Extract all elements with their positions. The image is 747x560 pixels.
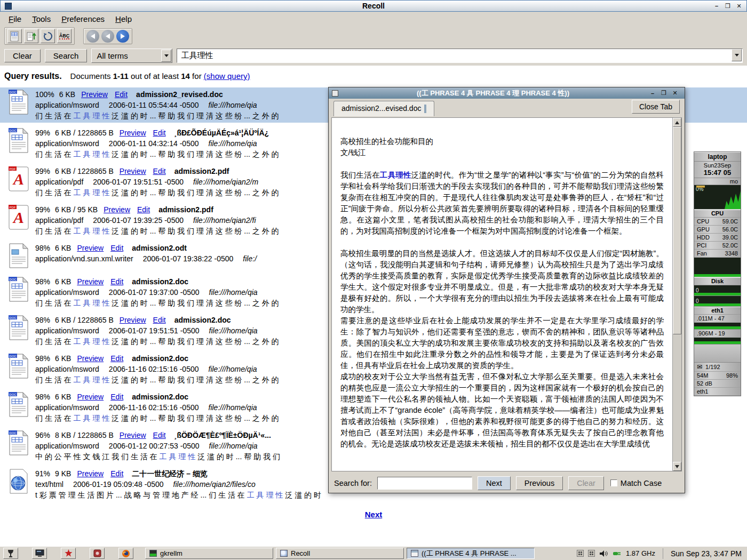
preview-tab[interactable]: admission2...evised.doc <box>333 101 434 116</box>
scroll-up-icon[interactable] <box>673 118 681 127</box>
snippet-text: 泛 滥 的 时 ... 帮 助 我 们 理 清 这 些 纷 ... 之 外 的 <box>109 227 279 235</box>
menu-tools[interactable]: Tools <box>27 12 56 26</box>
sensor-value: 39.0C <box>722 234 738 241</box>
mime-type: application/msword <box>35 288 99 297</box>
system-tray: 1.87 GHz Sun Sep 23, 3:47 PM <box>577 548 744 559</box>
match-case-option[interactable]: Match Case <box>610 479 662 487</box>
query-history-dropdown-icon[interactable] <box>732 49 742 61</box>
search-input[interactable] <box>177 49 732 62</box>
find-next-button[interactable]: Next <box>478 476 511 490</box>
edit-link[interactable]: Edit <box>110 469 123 478</box>
file-size: 8 KB / 1228865 B <box>55 431 114 439</box>
preview-link[interactable]: Preview <box>120 316 146 324</box>
power-plug-icon[interactable] <box>613 550 622 557</box>
wine-launcher[interactable] <box>3 548 18 559</box>
next-page-link[interactable]: Next <box>365 510 383 519</box>
menu-help[interactable]: Help <box>110 12 137 26</box>
result-title[interactable]: 二十一世纪经济 – 细览 <box>132 469 208 478</box>
edit-link[interactable]: Edit <box>110 277 123 286</box>
clear-button[interactable]: Clear <box>4 49 41 62</box>
taskbar-task-gkrellm[interactable]: gkrellm <box>145 548 273 559</box>
preview-link[interactable]: Preview <box>120 431 146 439</box>
match-case-checkbox[interactable] <box>610 479 617 486</box>
taskbar-task-preview[interactable]: ((工 PHRASE 4 具 PHRASE ... <box>407 548 535 559</box>
maximize-icon[interactable]: ❒ <box>723 2 733 10</box>
close-icon[interactable]: ✕ <box>670 89 680 97</box>
show-query-link[interactable]: (show query) <box>204 71 250 81</box>
preview-link[interactable]: Preview <box>120 167 146 175</box>
next-page-button[interactable] <box>116 30 129 43</box>
preview-link[interactable]: Preview <box>77 244 104 252</box>
sort-parameters-button[interactable] <box>24 29 38 43</box>
result-title[interactable]: ¸ßÐ£ÕÐÉúµÄÉç»á¹¦ÄÜºÍÄ¿ <box>174 129 269 137</box>
doc-url: file:///home/qia <box>209 403 257 412</box>
preview-link[interactable]: Preview <box>120 129 146 137</box>
preview-link[interactable]: Preview <box>77 277 104 286</box>
minimize-icon[interactable]: – <box>648 89 657 97</box>
edit-link[interactable]: Edit <box>110 244 123 252</box>
edit-link[interactable]: Edit <box>153 129 166 137</box>
snippet-text: 泛 滥 的 时 ... 帮 助 我 们 <box>195 452 280 461</box>
prev-page-button[interactable] <box>101 30 114 43</box>
result-title[interactable]: admission2.doc <box>132 354 188 363</box>
document-table-button[interactable] <box>7 29 22 43</box>
edit-link[interactable]: Edit <box>110 354 123 363</box>
red-star-launcher[interactable] <box>61 548 76 559</box>
firefox-launcher[interactable] <box>118 548 133 559</box>
edit-link[interactable]: Edit <box>153 167 166 175</box>
taskbar-task-recoll[interactable]: Recoll <box>276 548 404 559</box>
minimize-icon[interactable]: – <box>712 2 721 10</box>
sysmon-hostname[interactable]: laptop <box>694 152 741 162</box>
result-title[interactable]: admission2.doc <box>132 277 188 286</box>
result-title[interactable]: admission2.doc <box>174 316 231 324</box>
first-page-button[interactable] <box>86 30 99 43</box>
document-history-button[interactable] <box>41 29 55 43</box>
preview-link[interactable]: Preview <box>81 90 108 99</box>
find-previous-button[interactable]: Previous <box>516 476 563 490</box>
result-title[interactable]: admission2.pdf <box>158 205 213 214</box>
edit-link[interactable]: Edit <box>137 205 150 214</box>
snippet-text: 泛 滥 的 时 ... 帮 助 我 们 理 清 这 些 纷 ... 之 外 的 <box>109 150 279 158</box>
doc-date: 2006-01-07 19:51:51 -0500 <box>93 178 184 186</box>
volume-icon[interactable] <box>599 550 608 557</box>
chevron-down-icon[interactable] <box>161 50 171 62</box>
result-title[interactable]: admission2.doc <box>132 393 188 401</box>
scroll-down-icon[interactable] <box>673 462 681 471</box>
search-button[interactable]: Search <box>45 49 88 62</box>
preview-link[interactable]: Preview <box>77 469 104 478</box>
close-tab-button[interactable]: Close Tab <box>632 100 680 114</box>
result-title[interactable]: ¸ßÖÐÖÆ¶È£º¶ÏÈ±ÖÐµÄ¹«... <box>174 431 271 439</box>
edit-link[interactable]: Edit <box>110 393 123 401</box>
keyboard-layout-icon[interactable] <box>588 550 595 557</box>
mime-type: application/vnd.sun.xml.writer <box>35 254 133 263</box>
pager-icon[interactable] <box>577 550 584 557</box>
preview-link[interactable]: Preview <box>77 393 104 401</box>
result-title[interactable]: admission2.pdf <box>174 167 229 175</box>
vertical-scrollbar[interactable] <box>672 118 681 471</box>
edit-link[interactable]: Edit <box>115 90 128 99</box>
preview-link[interactable]: Preview <box>77 354 104 363</box>
preview-search-input[interactable] <box>377 477 472 490</box>
main-titlebar[interactable]: Recoll – ❒ ✕ <box>0 0 747 12</box>
term-explorer-button[interactable]: ÂBÇ <box>57 29 71 43</box>
edit-link[interactable]: Edit <box>153 316 166 324</box>
red-box-launcher[interactable] <box>90 548 105 559</box>
cpu-section-label: CPU <box>694 210 741 218</box>
menu-file[interactable]: File <box>3 12 27 26</box>
terminal-launcher[interactable] <box>32 548 47 559</box>
document-text[interactable]: 高校招生的社会功能和目的文/钱江我们生活在工具理性泛滥的时代。作为“世之显学”的… <box>332 118 672 471</box>
result-title[interactable]: admission2.odt <box>132 244 187 252</box>
result-title[interactable]: admission2_revised.doc <box>136 90 223 99</box>
preview-window-title: ((工 PHRASE 4 具 PHRASE 4 理 PHRASE 4 性)) <box>338 89 648 98</box>
search-mode-combo[interactable]: All terms <box>91 49 172 63</box>
preview-link[interactable]: Preview <box>104 205 130 214</box>
edit-link[interactable]: Edit <box>153 431 166 439</box>
maximize-icon[interactable]: ❒ <box>659 89 669 97</box>
close-icon[interactable]: ✕ <box>734 2 744 10</box>
scrollbar-thumb[interactable] <box>673 127 681 334</box>
preview-titlebar[interactable]: ((工 PHRASE 4 具 PHRASE 4 理 PHRASE 4 性)) –… <box>329 87 685 99</box>
query-results-title: Query results. <box>4 71 62 81</box>
menu-preferences[interactable]: Preferences <box>56 12 110 26</box>
scrollbar-track[interactable] <box>673 127 681 462</box>
find-clear-button[interactable]: Clear <box>568 476 604 490</box>
